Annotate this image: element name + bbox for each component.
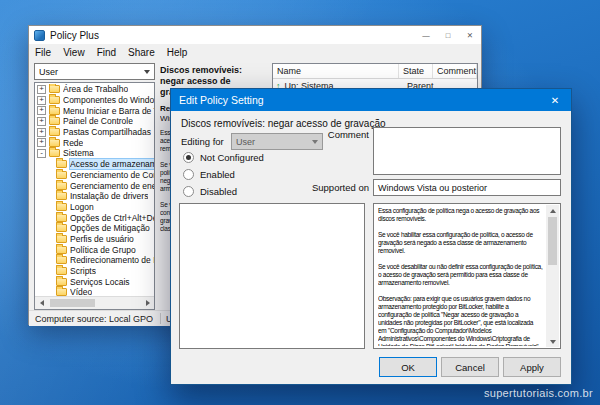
folder-icon (49, 149, 60, 157)
supported-on-value: Windows Vista ou posterior (378, 183, 487, 193)
folder-icon (56, 224, 67, 232)
folder-icon (49, 139, 60, 147)
folder-icon (56, 235, 67, 243)
ok-button[interactable]: OK (379, 357, 437, 377)
dialog-close-icon[interactable]: ✕ (539, 89, 571, 111)
menu-bar: File View Find Share Help (29, 44, 481, 61)
folder-icon (56, 171, 67, 179)
menu-view[interactable]: View (57, 47, 91, 58)
column-header-state[interactable]: State (399, 64, 433, 78)
dialog-policy-name: Discos removíveis: negar acesso de grava… (181, 118, 386, 129)
editing-for-select[interactable]: User (231, 133, 323, 150)
policy-options-panel[interactable] (179, 203, 365, 349)
radio-enabled-label: Enabled (200, 169, 235, 180)
expander-icon[interactable]: + (37, 138, 46, 147)
tree-item-sistema[interactable]: -Sistema (35, 148, 154, 159)
editing-for-value: User (236, 137, 255, 147)
folder-icon (49, 128, 60, 136)
expander-icon[interactable]: + (37, 128, 46, 137)
maximize-icon[interactable]: □ (437, 26, 459, 44)
scope-selector-value: User (39, 67, 58, 77)
tree-item[interactable]: Gerenciamento de energia (35, 180, 154, 191)
chevron-down-icon (312, 140, 318, 144)
dialog-body: Discos removíveis: negar acesso de grava… (171, 111, 571, 384)
expander-icon[interactable]: + (37, 117, 46, 126)
tree-item[interactable]: Instalação de drivers (35, 191, 154, 202)
category-tree: +Área de Trabalho +Componentes do Window… (34, 82, 155, 310)
folder-icon (56, 182, 67, 190)
folder-icon (49, 85, 60, 93)
folder-icon (56, 192, 67, 200)
folder-icon (56, 288, 67, 296)
folder-icon (56, 203, 67, 211)
list-header: Name State Comment (273, 64, 477, 79)
menu-file[interactable]: File (29, 47, 57, 58)
scroll-up-icon[interactable] (546, 205, 559, 216)
apply-button[interactable]: Apply (503, 357, 561, 377)
tree-horizontal-scrollbar[interactable] (35, 296, 154, 309)
supported-on-field: Windows Vista ou posterior (373, 179, 561, 196)
scroll-thumb[interactable] (50, 299, 95, 307)
scroll-right-icon[interactable] (141, 297, 154, 309)
tree-item[interactable]: Opções de Mitigação (35, 223, 154, 234)
app-icon (34, 30, 45, 41)
tree-item[interactable]: Política de Grupo (35, 244, 154, 255)
window-title: Policy Plus (50, 30, 99, 41)
folder-icon (49, 117, 60, 125)
scope-selector[interactable]: User (34, 63, 155, 80)
radio-enabled[interactable]: Enabled (183, 168, 235, 181)
tree-item[interactable]: Vídeo (35, 287, 154, 296)
radio-not-configured[interactable]: Not Configured (183, 151, 264, 164)
watermark: supertutoriais.com.br (484, 387, 593, 399)
column-header-name[interactable]: Name (273, 64, 399, 78)
minimize-icon[interactable]: — (415, 26, 437, 44)
title-bar[interactable]: Policy Plus — □ ✕ (29, 26, 481, 44)
folder-icon (56, 214, 67, 222)
folder-icon (49, 107, 60, 115)
window-controls: — □ ✕ (415, 26, 481, 44)
radio-disabled[interactable]: Disabled (183, 185, 237, 198)
tree-item[interactable]: Logon (35, 202, 154, 213)
tree-item[interactable]: +Componentes do Windows (35, 95, 154, 106)
scroll-left-icon[interactable] (35, 297, 48, 309)
menu-share[interactable]: Share (122, 47, 161, 58)
help-text: Essa configuração de política nega o ace… (378, 207, 543, 346)
radio-icon (183, 169, 194, 180)
folder-icon (56, 256, 67, 264)
folder-icon (56, 246, 67, 254)
tree-item[interactable]: +Pastas Compartilhadas (35, 127, 154, 138)
tree-item[interactable]: Serviços Locais (35, 276, 154, 287)
radio-selected-icon (183, 152, 194, 163)
column-header-comment[interactable]: Comment (433, 64, 477, 78)
comment-input[interactable] (373, 127, 561, 175)
menu-help[interactable]: Help (161, 47, 194, 58)
scroll-track[interactable] (48, 297, 141, 309)
expander-icon[interactable]: + (37, 106, 46, 115)
status-computer-source: Computer source: Local GPO (29, 314, 153, 324)
supported-on-label: Supported on (293, 182, 369, 193)
folder-icon (56, 267, 67, 275)
folder-icon (56, 160, 67, 168)
folder-icon (49, 96, 60, 104)
tree-item[interactable]: Perfis de usuário (35, 234, 154, 245)
radio-disabled-label: Disabled (200, 186, 237, 197)
radio-icon (183, 186, 194, 197)
collapse-icon[interactable]: - (37, 149, 46, 158)
scroll-down-icon[interactable] (546, 336, 559, 347)
help-panel: Essa configuração de política nega o ace… (373, 203, 561, 349)
scroll-thumb[interactable] (548, 217, 557, 265)
tree-item[interactable]: Scripts (35, 266, 154, 277)
tree-item-selected[interactable]: Acesso de armazenamento re (35, 159, 154, 170)
menu-find[interactable]: Find (91, 47, 122, 58)
cancel-button[interactable]: Cancel (441, 357, 499, 377)
tree-item[interactable]: Opções de Ctrl+Alt+Del (35, 212, 154, 223)
comment-label: Comment (317, 129, 369, 140)
tree-item[interactable]: Redirecionamento de Pasta (35, 255, 154, 266)
close-icon[interactable]: ✕ (459, 26, 481, 44)
expander-icon[interactable]: + (37, 96, 46, 105)
expander-icon[interactable]: + (37, 85, 46, 94)
dialog-title-bar[interactable]: Edit Policy Setting (171, 89, 571, 111)
help-scrollbar[interactable] (546, 205, 559, 347)
tree-item[interactable]: Gerenciamento de Comunica (35, 170, 154, 181)
dialog-title: Edit Policy Setting (179, 94, 264, 106)
